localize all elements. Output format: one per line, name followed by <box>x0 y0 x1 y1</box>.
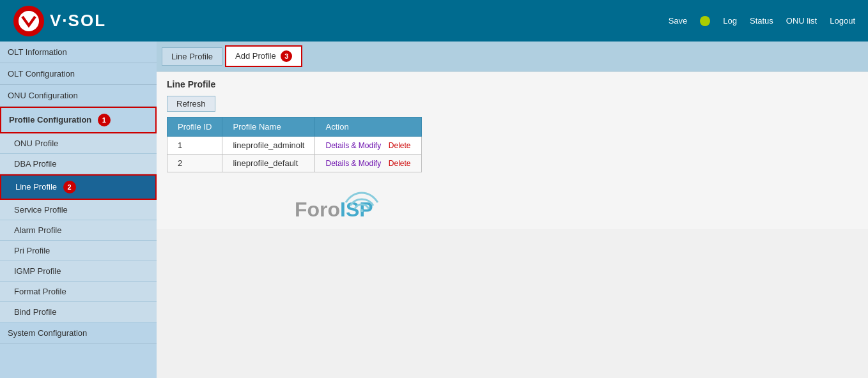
cell-action: Details & Modify Delete <box>315 155 421 172</box>
brand-name: V·SOL <box>50 11 106 31</box>
status-link[interactable]: Status <box>750 16 773 26</box>
cell-id: 2 <box>167 155 222 172</box>
sidebar-item-system-config[interactable]: System Configuration <box>0 322 157 344</box>
content-area: Line Profile Refresh Profile ID Profile … <box>157 72 868 229</box>
sidebar-item-alarm-profile[interactable]: Alarm Profile <box>0 220 157 241</box>
add-profile-badge: 3 <box>281 50 292 62</box>
cell-name: lineprofile_default <box>222 155 315 172</box>
main-content: Line Profile Add Profile 3 Line Profile … <box>157 42 868 378</box>
refresh-button[interactable]: Refresh <box>167 96 215 112</box>
table-row: 1 lineprofile_adminolt Details & Modify … <box>167 137 422 155</box>
cell-name: lineprofile_adminolt <box>222 137 315 155</box>
watermark-foro: Foro <box>295 198 340 221</box>
tab-line-profile[interactable]: Line Profile <box>162 47 222 66</box>
sidebar-item-dba-profile[interactable]: DBA Profile <box>0 154 157 174</box>
details-modify-link[interactable]: Details & Modify <box>325 159 381 168</box>
sidebar-item-bind-profile[interactable]: Bind Profile <box>0 302 157 322</box>
logout-link[interactable]: Logout <box>830 16 855 26</box>
save-label: Save <box>669 16 688 26</box>
header-right: Save Log Status ONU list Logout <box>669 16 855 26</box>
vsol-logo <box>13 5 45 37</box>
line-profile-badge: 2 <box>63 181 76 193</box>
profile-table: Profile ID Profile Name Action 1 linepro… <box>167 117 422 172</box>
details-modify-link[interactable]: Details & Modify <box>325 141 381 150</box>
svg-point-2 <box>360 209 364 213</box>
delete-link[interactable]: Delete <box>389 159 411 168</box>
sidebar-item-olt-info[interactable]: OLT Information <box>0 42 157 63</box>
header: V·SOL Save Log Status ONU list Logout <box>0 0 868 42</box>
sidebar-item-onu-profile[interactable]: ONU Profile <box>0 133 157 154</box>
sidebar-item-service-profile[interactable]: Service Profile <box>0 200 157 220</box>
sidebar-item-line-profile[interactable]: Line Profile 2 <box>0 174 157 200</box>
sidebar-item-onu-config[interactable]: ONU Configuration <box>0 85 157 107</box>
cell-action: Details & Modify Delete <box>315 137 421 155</box>
status-indicator <box>700 16 710 26</box>
watermark: ForoISP <box>295 198 858 222</box>
logo-area: V·SOL <box>13 5 106 37</box>
page-title: Line Profile <box>167 79 858 89</box>
onu-list-link[interactable]: ONU list <box>786 16 817 26</box>
wifi-icon <box>343 186 381 212</box>
sidebar: OLT Information OLT Configuration ONU Co… <box>0 42 157 378</box>
col-header-id: Profile ID <box>167 117 222 137</box>
table-row: 2 lineprofile_default Details & Modify D… <box>167 155 422 172</box>
sidebar-item-format-profile[interactable]: Format Profile <box>0 282 157 302</box>
svg-point-1 <box>19 11 39 31</box>
sidebar-item-igmp-profile[interactable]: IGMP Profile <box>0 261 157 282</box>
col-header-name: Profile Name <box>222 117 315 137</box>
cell-id: 1 <box>167 137 222 155</box>
sidebar-item-olt-config[interactable]: OLT Configuration <box>0 63 157 85</box>
tab-add-profile[interactable]: Add Profile 3 <box>225 45 302 67</box>
tab-bar: Line Profile Add Profile 3 <box>157 42 868 72</box>
delete-link[interactable]: Delete <box>389 141 411 150</box>
main-layout: OLT Information OLT Configuration ONU Co… <box>0 42 868 378</box>
profile-config-badge: 1 <box>98 114 111 126</box>
sidebar-item-profile-config[interactable]: Profile Configuration 1 <box>0 107 157 133</box>
col-header-action: Action <box>315 117 421 137</box>
sidebar-item-pri-profile[interactable]: Pri Profile <box>0 241 157 261</box>
log-link[interactable]: Log <box>723 16 737 26</box>
